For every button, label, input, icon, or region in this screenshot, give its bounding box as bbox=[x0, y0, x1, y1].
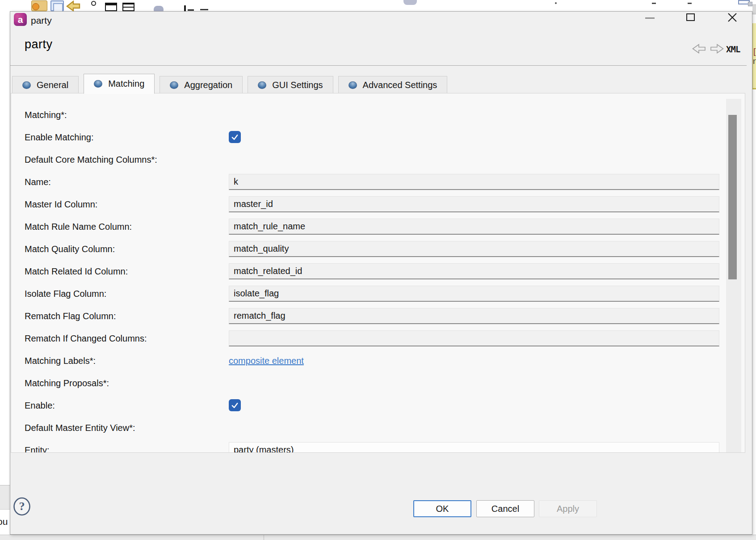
form-row-matching-labels: Matching Labels*:composite element bbox=[25, 353, 722, 369]
app-icon-letter: a bbox=[18, 15, 23, 24]
background-paste-icon bbox=[738, 0, 750, 4]
tab-bar: GeneralMatchingAggregationGUI SettingsAd… bbox=[12, 73, 447, 93]
field-label: Matching Proposals*: bbox=[25, 378, 109, 388]
scrollbar-thumb[interactable] bbox=[728, 115, 737, 279]
tab-label: General bbox=[37, 80, 68, 90]
back-button[interactable] bbox=[692, 44, 706, 54]
field-input-entity[interactable] bbox=[229, 442, 719, 453]
form-row-match-rule-name-column: Match Rule Name Column: bbox=[25, 219, 722, 235]
field-input-match-rule-name-column[interactable] bbox=[229, 219, 719, 235]
xml-view-button[interactable]: XML bbox=[726, 44, 740, 54]
field-input-master-id-column[interactable] bbox=[229, 196, 719, 212]
tab-label: Aggregation bbox=[184, 80, 232, 90]
checkbox-enable-matching[interactable] bbox=[229, 131, 241, 143]
field-label: Matching Labels*: bbox=[25, 356, 96, 366]
field-label: Match Rule Name Column: bbox=[25, 222, 132, 232]
help-button[interactable]: ? bbox=[13, 497, 32, 517]
field-label: Default Core Matching Columns*: bbox=[25, 155, 157, 165]
field-input-name[interactable] bbox=[229, 174, 719, 190]
background-text-fragment bbox=[188, 9, 194, 11]
background-split-view-icon bbox=[122, 3, 134, 11]
background-gold-back-arrow-icon bbox=[66, 0, 80, 11]
tab-general[interactable]: General bbox=[12, 76, 79, 93]
background-tooltip-text: [ bbox=[753, 46, 756, 56]
tab-sphere-icon bbox=[349, 81, 357, 89]
background-left-text-fragment: ou bbox=[0, 516, 11, 527]
field-input-match-quality-column[interactable] bbox=[229, 241, 719, 257]
field-label: Enable Matching: bbox=[25, 132, 94, 143]
form-row-name: Name: bbox=[25, 174, 722, 190]
tab-sphere-icon bbox=[170, 81, 178, 89]
help-icon-glyph: ? bbox=[19, 500, 25, 513]
form-row-enable-matching: Enable Matching: bbox=[25, 129, 722, 145]
apply-button[interactable]: Apply bbox=[539, 500, 597, 517]
field-label: Matching*: bbox=[25, 110, 67, 120]
statusbar-divider bbox=[264, 535, 264, 540]
background-window-view-icon bbox=[105, 3, 117, 11]
back-arrow-icon bbox=[692, 44, 706, 54]
field-label: Enable: bbox=[25, 401, 55, 411]
dialog-titlebar: a party bbox=[10, 12, 752, 34]
form-row-entity: Entity: bbox=[25, 442, 722, 453]
background-text-fragment bbox=[184, 5, 186, 11]
page-title: party bbox=[25, 38, 53, 51]
tab-label: Advanced Settings bbox=[363, 80, 437, 90]
form-row-isolate-flag-column: Isolate Flag Column: bbox=[25, 286, 722, 302]
tab-advanced-settings[interactable]: Advanced Settings bbox=[338, 76, 448, 93]
background-dash-fragment bbox=[688, 3, 692, 4]
matching-tab-panel: Matching*:Enable Matching:Default Core M… bbox=[11, 93, 745, 453]
tab-sphere-icon bbox=[258, 81, 266, 89]
ok-button[interactable]: OK bbox=[413, 500, 471, 517]
field-label: Master Id Column: bbox=[25, 199, 97, 210]
maximize-icon bbox=[686, 13, 695, 21]
tab-gui-settings[interactable]: GUI Settings bbox=[248, 76, 333, 93]
form-row-matching: Matching*: bbox=[25, 107, 722, 123]
tab-label: Matching bbox=[108, 79, 144, 89]
forward-arrow-icon bbox=[710, 44, 724, 54]
app-icon: a bbox=[14, 13, 27, 26]
field-input-rematch-if-changed-columns[interactable] bbox=[229, 330, 719, 346]
background-right-fragment bbox=[752, 4, 756, 14]
field-input-rematch-flag-column[interactable] bbox=[229, 308, 719, 324]
field-label: Entity: bbox=[25, 445, 50, 453]
background-dash-fragment bbox=[652, 3, 656, 4]
field-label: Isolate Flag Column: bbox=[25, 289, 106, 299]
maximize-button[interactable] bbox=[676, 12, 705, 33]
field-label: Name: bbox=[25, 177, 51, 187]
header-separator bbox=[10, 65, 747, 66]
form-row-master-id-column: Master Id Column: bbox=[25, 196, 722, 212]
close-button[interactable] bbox=[718, 12, 748, 33]
background-folder-gear-icon bbox=[31, 0, 47, 11]
scrollbar-track[interactable] bbox=[726, 99, 741, 453]
form-row-default-core-matching-columns: Default Core Matching Columns*: bbox=[25, 152, 722, 168]
tab-aggregation[interactable]: Aggregation bbox=[160, 76, 243, 93]
form-row-enable: Enable: bbox=[25, 397, 722, 413]
form-row-matching-proposals: Matching Proposals*: bbox=[25, 375, 722, 391]
field-label: Match Related Id Column: bbox=[25, 266, 128, 277]
background-dot-fragment bbox=[555, 2, 557, 4]
form-row-default-master-entity-view: Default Master Entity View*: bbox=[25, 420, 722, 436]
minimize-icon bbox=[645, 17, 655, 19]
forward-button[interactable] bbox=[710, 44, 724, 54]
form-row-rematch-if-changed-columns: Rematch If Changed Columns: bbox=[25, 330, 722, 346]
tab-sphere-icon bbox=[22, 81, 31, 89]
checkbox-enable[interactable] bbox=[229, 399, 241, 411]
link-matching-labels[interactable]: composite element bbox=[229, 356, 304, 366]
tab-matching[interactable]: Matching bbox=[84, 74, 155, 94]
minimize-button[interactable] bbox=[635, 12, 664, 33]
party-dialog: a party party XML GeneralMatchingAggrega… bbox=[10, 11, 752, 535]
field-label: Rematch If Changed Columns: bbox=[25, 333, 147, 344]
field-label: Match Quality Column: bbox=[25, 244, 115, 254]
field-label: Rematch Flag Column: bbox=[25, 311, 116, 321]
cancel-button[interactable]: Cancel bbox=[476, 500, 534, 517]
field-input-match-related-id-column[interactable] bbox=[229, 263, 719, 279]
field-input-isolate-flag-column[interactable] bbox=[229, 286, 719, 302]
tab-sphere-icon bbox=[94, 80, 102, 88]
field-label: Default Master Entity View*: bbox=[25, 423, 135, 433]
checkmark-icon bbox=[231, 401, 239, 409]
tab-label: GUI Settings bbox=[272, 80, 323, 90]
background-windows-icon bbox=[50, 0, 64, 11]
background-person-icon bbox=[91, 1, 96, 6]
background-left-panel-fragment bbox=[0, 485, 10, 510]
close-icon bbox=[727, 13, 737, 22]
